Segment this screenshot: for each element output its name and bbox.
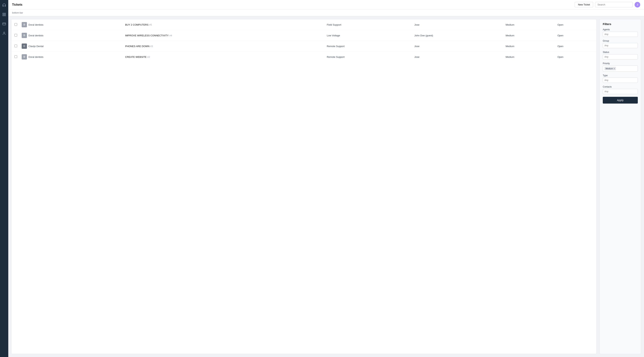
- row-checkbox[interactable]: [14, 44, 17, 47]
- ticket-agent-cell: John Doe (guest): [412, 30, 503, 41]
- ticket-priority-cell: Medium: [503, 20, 555, 30]
- company-cell: D Doral dentists: [20, 30, 123, 41]
- svg-rect-4: [3, 23, 6, 25]
- ticket-title: CREATE WEBSITE: [125, 56, 146, 58]
- ticket-status: Open: [558, 56, 564, 58]
- ticket-status: Open: [558, 34, 564, 37]
- header-actions: New Ticket J: [575, 2, 640, 8]
- svg-rect-0: [3, 13, 4, 14]
- new-ticket-button[interactable]: New Ticket: [575, 2, 593, 7]
- group-input[interactable]: [603, 43, 638, 48]
- company-avatar: D: [22, 54, 27, 60]
- filter-status: Status: [603, 51, 638, 60]
- ticket-priority-cell: Medium: [503, 41, 555, 52]
- company-avatar: D: [22, 33, 27, 38]
- ticket-type-cell: Remote Support: [324, 41, 412, 52]
- priority-tag-remove[interactable]: x: [614, 67, 615, 70]
- status-input[interactable]: [603, 54, 638, 60]
- ticket-status-cell: Open: [555, 41, 596, 52]
- tickets-table-container: D Doral dentists BUY 2 COMPUTERS #5 Fiel…: [11, 19, 596, 354]
- ticket-title-cell: IMPROVE WIRELESS CONNECTIVITY #4: [123, 30, 324, 41]
- ticket-type: Field Support: [327, 23, 341, 26]
- priority-label: Priority: [603, 62, 638, 65]
- ticket-type-cell: Low Voltage: [324, 30, 412, 41]
- ticket-priority-cell: Medium: [503, 30, 555, 41]
- apply-button[interactable]: Apply: [603, 97, 638, 104]
- ticket-agent: Jose: [414, 23, 419, 26]
- svg-rect-1: [4, 13, 6, 14]
- table-row[interactable]: D Doral dentists BUY 2 COMPUTERS #5 Fiel…: [12, 20, 596, 30]
- row-checkbox[interactable]: [14, 34, 17, 36]
- company-cell: D Doral dentists: [20, 52, 123, 62]
- agents-input[interactable]: [603, 32, 638, 37]
- company-name: Clavijo Dental: [28, 45, 44, 48]
- company-name: Doral dentists: [28, 34, 43, 37]
- headset-icon[interactable]: [1, 2, 7, 8]
- ticket-priority: Medium: [506, 45, 514, 48]
- ticket-title: PHONES ARE DOWN: [125, 45, 149, 48]
- contact-icon[interactable]: [1, 30, 7, 36]
- company-cell: C Clavijo Dental: [20, 41, 123, 52]
- svg-point-6: [4, 32, 5, 33]
- ticket-agent: Jose: [414, 45, 419, 48]
- svg-rect-3: [4, 15, 6, 16]
- ticket-type: Remote Support: [327, 56, 344, 58]
- agents-label: Agents: [603, 28, 638, 31]
- priority-input[interactable]: Medium x: [603, 66, 638, 72]
- ticket-title-cell: CREATE WEBSITE #2: [123, 52, 324, 62]
- ticket-priority: Medium: [506, 34, 514, 37]
- ticket-title-cell: PHONES ARE DOWN #3: [123, 41, 324, 52]
- sub-bar: bottom-bar: [8, 10, 644, 16]
- tickets-list-icon[interactable]: [1, 21, 7, 27]
- tickets-table: D Doral dentists BUY 2 COMPUTERS #5 Fiel…: [12, 20, 596, 62]
- company-name: Doral dentists: [28, 56, 43, 58]
- row-checkbox-cell: [12, 30, 20, 41]
- ticket-agent-cell: Jose: [412, 20, 503, 30]
- row-checkbox[interactable]: [14, 55, 17, 58]
- ticket-status-cell: Open: [555, 52, 596, 62]
- contacts-input[interactable]: [603, 89, 638, 94]
- status-label: Status: [603, 51, 638, 54]
- type-input[interactable]: [603, 78, 638, 83]
- ticket-status-cell: Open: [555, 30, 596, 41]
- ticket-agent: John Doe (guest): [414, 34, 433, 37]
- sub-bar-label: bottom-bar: [12, 12, 23, 14]
- svg-rect-2: [3, 15, 4, 16]
- row-checkbox-cell: [12, 41, 20, 52]
- filter-type: Type: [603, 74, 638, 83]
- main-content: Tickets New Ticket J bottom-bar D Doral …: [8, 0, 644, 357]
- avatar: J: [634, 2, 640, 8]
- ticket-number: #5: [149, 23, 152, 26]
- header: Tickets New Ticket J: [8, 0, 644, 10]
- ticket-number: #3: [150, 45, 153, 48]
- table-row[interactable]: D Doral dentists IMPROVE WIRELESS CONNEC…: [12, 30, 596, 41]
- page-title: Tickets: [12, 3, 22, 6]
- filters-title: Filters: [603, 22, 638, 26]
- ticket-priority-cell: Medium: [503, 52, 555, 62]
- company-avatar: D: [22, 22, 27, 27]
- ticket-priority: Medium: [506, 56, 514, 58]
- filter-group: Group: [603, 40, 638, 48]
- row-checkbox[interactable]: [14, 23, 17, 26]
- row-checkbox-cell: [12, 52, 20, 62]
- ticket-status-cell: Open: [555, 20, 596, 30]
- table-row[interactable]: D Doral dentists CREATE WEBSITE #2 Remot…: [12, 52, 596, 62]
- ticket-type-cell: Field Support: [324, 20, 412, 30]
- ticket-title: IMPROVE WIRELESS CONNECTIVITY: [125, 34, 168, 37]
- table-row[interactable]: C Clavijo Dental PHONES ARE DOWN #3 Remo…: [12, 41, 596, 52]
- filter-agents: Agents: [603, 28, 638, 37]
- ticket-status: Open: [558, 45, 564, 48]
- ticket-agent: Jose: [414, 56, 419, 58]
- company-avatar: C: [22, 44, 27, 49]
- ticket-agent-cell: Jose: [412, 52, 503, 62]
- company-name: Doral dentists: [28, 23, 43, 26]
- ticket-agent-cell: Jose: [412, 41, 503, 52]
- ticket-number: #2: [147, 56, 150, 58]
- grid-icon[interactable]: [1, 12, 7, 17]
- ticket-type: Low Voltage: [327, 34, 340, 37]
- ticket-title: BUY 2 COMPUTERS: [125, 23, 148, 26]
- group-label: Group: [603, 40, 638, 42]
- content-area: D Doral dentists BUY 2 COMPUTERS #5 Fiel…: [8, 16, 644, 357]
- search-input[interactable]: [595, 2, 633, 7]
- filters-panel: Filters Agents Group Status Priority Med…: [600, 19, 641, 354]
